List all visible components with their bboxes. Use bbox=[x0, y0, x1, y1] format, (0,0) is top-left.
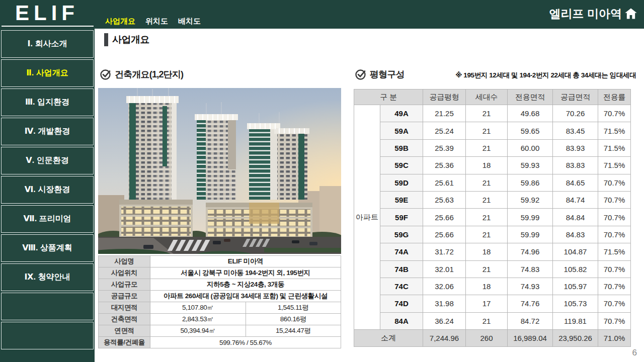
unit-value-cell: 36.24 bbox=[423, 312, 466, 329]
total-value: 71.0% bbox=[598, 330, 631, 347]
unit-value-cell: 74.93 bbox=[508, 278, 553, 295]
unit-value-cell: 18 bbox=[466, 278, 508, 295]
sidebar-item-9[interactable]: Ⅸ. 청약안내 bbox=[1, 263, 94, 291]
unit-table-row: 74C32.061874.93105.9770.7% bbox=[354, 278, 631, 295]
unit-value-cell: 21 bbox=[466, 139, 508, 156]
sidebar-menu: Ⅰ. 회사소개Ⅱ. 사업개요Ⅲ. 입지환경Ⅳ. 개발환경Ⅴ. 인문환경Ⅵ. 시장… bbox=[0, 29, 95, 349]
unit-value-cell: 105.73 bbox=[553, 295, 598, 312]
table-row: 사업규모 지하5층 ~ 지상24층, 3개동 bbox=[99, 279, 341, 291]
elif-logo: ELIF bbox=[15, 1, 79, 25]
unit-table-row: 59C25.361859.9383.8371.5% bbox=[354, 157, 631, 174]
unit-value-cell: 70.7% bbox=[598, 260, 631, 278]
unit-type-cell: 74B bbox=[380, 260, 423, 278]
unit-mix-table: 구 분 공급평형 세대수 전용면적 공급면적 전용률 아파트49A21.2521… bbox=[354, 89, 631, 347]
unit-value-cell: 59.92 bbox=[508, 191, 553, 208]
table-row: 용적률/건폐율 599.76% / 55.67% bbox=[99, 337, 341, 348]
unit-value-cell: 70.7% bbox=[598, 191, 631, 208]
info-value-py: 15,244.47평 bbox=[246, 325, 341, 337]
unit-value-cell: 21.25 bbox=[423, 105, 466, 122]
unit-value-cell: 70.7% bbox=[598, 295, 631, 312]
unit-value-cell: 18 bbox=[466, 157, 508, 174]
info-label: 사업위치 bbox=[99, 267, 150, 279]
unit-value-cell: 59.99 bbox=[508, 226, 553, 243]
unit-value-cell: 71.5% bbox=[598, 157, 631, 174]
sidebar-item-8[interactable]: Ⅷ. 상품계획 bbox=[1, 234, 94, 262]
unit-value-cell: 84.65 bbox=[553, 174, 598, 191]
unit-value-cell: 83.45 bbox=[553, 122, 598, 139]
info-label: 대지면적 bbox=[99, 302, 150, 314]
total-row: 소계 7,244.96 260 16,989.04 23,950.26 71.0… bbox=[354, 330, 631, 347]
info-value: 아파트 260세대 (공공임대 34세대 포함) 및 근린생활시설 bbox=[150, 291, 341, 302]
unit-value-cell: 119.81 bbox=[553, 312, 598, 329]
project-title: 엘리프 미아역 bbox=[549, 6, 622, 22]
unit-type-cell: 59B bbox=[380, 139, 423, 156]
sidebar-item-7[interactable]: Ⅶ. 프리미엄 bbox=[1, 205, 94, 233]
unit-type-cell: 59D bbox=[380, 174, 423, 191]
unit-value-cell: 59.86 bbox=[508, 174, 553, 191]
sidebar-item-6[interactable]: Ⅵ. 시장환경 bbox=[1, 176, 94, 204]
unit-mix-label: 평형구성 bbox=[370, 68, 405, 80]
unit-value-cell: 70.7% bbox=[598, 105, 631, 122]
header-bar: ELIF 사업개요위치도배치도 엘리프 미아역 bbox=[0, 0, 644, 29]
unit-value-cell: 21 bbox=[466, 174, 508, 191]
sidebar-item-4[interactable]: Ⅳ. 개발환경 bbox=[1, 118, 94, 145]
unit-table-row: 59A25.242159.6583.4571.5% bbox=[354, 122, 631, 139]
unit-table-row: 74A31.721874.96104.8771.5% bbox=[354, 243, 631, 260]
unit-value-cell: 25.24 bbox=[423, 122, 466, 139]
unit-value-cell: 59.65 bbox=[508, 122, 553, 139]
check-circle-icon bbox=[355, 69, 366, 80]
info-label: 건축면적 bbox=[99, 314, 150, 325]
unit-value-cell: 70.7% bbox=[598, 209, 631, 226]
unit-value-cell: 83.93 bbox=[553, 139, 598, 156]
sidebar: Ⅰ. 회사소개Ⅱ. 사업개요Ⅲ. 입지환경Ⅳ. 개발환경Ⅴ. 인문환경Ⅵ. 시장… bbox=[0, 29, 95, 362]
home-icon[interactable] bbox=[624, 7, 638, 21]
unit-value-cell: 21 bbox=[466, 226, 508, 243]
sidebar-item-1[interactable]: Ⅰ. 회사소개 bbox=[1, 30, 94, 58]
unit-value-cell: 70.7% bbox=[598, 312, 631, 329]
info-value-py: 860.16평 bbox=[246, 314, 341, 325]
building-rendering-image bbox=[98, 88, 341, 254]
unit-type-cell: 49A bbox=[380, 105, 423, 122]
unit-value-cell: 49.68 bbox=[508, 105, 553, 122]
col-header: 공급면적 bbox=[553, 89, 598, 105]
unit-value-cell: 74.83 bbox=[508, 260, 553, 278]
info-label: 사업규모 bbox=[99, 279, 150, 291]
unit-value-cell: 84.74 bbox=[553, 191, 598, 208]
info-value-m2: 2,843.53㎡ bbox=[150, 314, 246, 325]
unit-value-cell: 74.96 bbox=[508, 243, 553, 260]
unit-value-cell: 84.83 bbox=[553, 226, 598, 243]
unit-type-cell: 74D bbox=[380, 295, 423, 312]
top-tab-bar: 사업개요위치도배치도 bbox=[105, 17, 201, 26]
building-overview-heading: 건축개요(1,2단지) bbox=[100, 68, 183, 80]
unit-table-row: 84A36.242184.72119.8170.7% bbox=[354, 312, 631, 329]
unit-table-row: 74D31.981774.76105.7370.7% bbox=[354, 295, 631, 312]
sidebar-item-empty bbox=[1, 322, 94, 349]
unit-table-row: 59D25.612159.8684.6570.7% bbox=[354, 174, 631, 191]
unit-value-cell: 21 bbox=[466, 260, 508, 278]
check-circle-icon bbox=[100, 69, 111, 80]
info-label: 연면적 bbox=[99, 325, 150, 337]
unit-value-cell: 31.72 bbox=[423, 243, 466, 260]
table-row: 대지면적 5,107.80㎡ 1,545.11평 bbox=[99, 302, 341, 314]
sidebar-item-2[interactable]: Ⅱ. 사업개요 bbox=[1, 59, 94, 87]
tab-1[interactable]: 사업개요 bbox=[105, 17, 135, 26]
unit-table-row: 59E25.632159.9284.7470.7% bbox=[354, 191, 631, 208]
unit-value-cell: 84.72 bbox=[508, 312, 553, 329]
info-value: 서울시 강북구 미아동 194-2번지 외, 195번지 bbox=[150, 267, 341, 279]
info-value: 지하5층 ~ 지상24층, 3개동 bbox=[150, 279, 341, 291]
tab-3[interactable]: 배치도 bbox=[178, 17, 201, 26]
sidebar-item-5[interactable]: Ⅴ. 인문환경 bbox=[1, 147, 94, 174]
info-value-m2: 50,394.94㎡ bbox=[150, 325, 246, 337]
unit-table-row: 59B25.392160.0083.9371.5% bbox=[354, 139, 631, 156]
tab-2[interactable]: 위치도 bbox=[145, 17, 168, 26]
unit-type-cell: 59G bbox=[380, 226, 423, 243]
unit-value-cell: 32.01 bbox=[423, 260, 466, 278]
unit-value-cell: 31.98 bbox=[423, 295, 466, 312]
sidebar-item-3[interactable]: Ⅲ. 입지환경 bbox=[1, 88, 94, 116]
total-value: 16,989.04 bbox=[508, 330, 553, 347]
unit-value-cell: 25.61 bbox=[423, 174, 466, 191]
unit-value-cell: 21 bbox=[466, 312, 508, 329]
unit-type-cell: 74C bbox=[380, 278, 423, 295]
unit-mix-heading: 평형구성 bbox=[355, 68, 405, 80]
unit-type-cell: 59E bbox=[380, 191, 423, 208]
